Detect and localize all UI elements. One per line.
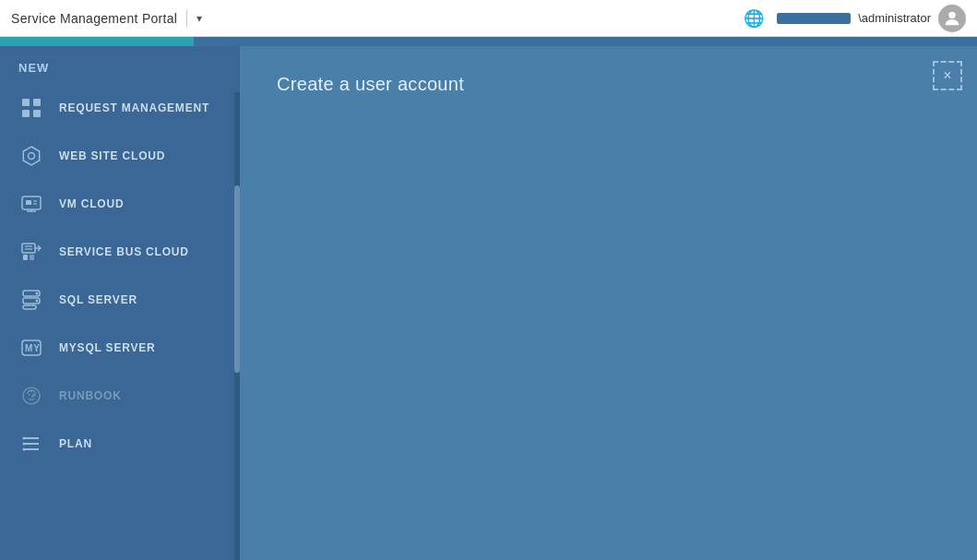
- svg-point-5: [29, 153, 35, 160]
- sidebar-item-label: PLAN: [59, 437, 92, 450]
- svg-rect-12: [22, 244, 35, 253]
- svg-rect-16: [30, 255, 34, 260]
- svg-rect-9: [26, 200, 31, 205]
- svg-point-27: [30, 390, 32, 392]
- svg-text:My: My: [25, 343, 41, 353]
- sidebar-item-label: WEB SITE CLOUD: [59, 149, 165, 162]
- sidebar-item-mysql-server[interactable]: My MYSQL SERVER: [0, 324, 240, 372]
- accent-bar: [0, 37, 977, 46]
- svg-point-0: [948, 11, 955, 18]
- sidebar-item-label: VM CLOUD: [59, 197, 124, 210]
- vm-icon: [18, 191, 44, 217]
- close-button[interactable]: ×: [933, 61, 962, 90]
- sidebar-item-sql-server[interactable]: SQL SERVER: [0, 276, 240, 324]
- header: Service Management Portal ▾ 🌐 \administr…: [0, 0, 977, 37]
- svg-point-26: [32, 394, 34, 396]
- header-chevron[interactable]: ▾: [197, 12, 202, 25]
- svg-point-33: [23, 448, 26, 451]
- sidebar-item-plan[interactable]: PLAN: [0, 420, 240, 468]
- hexagon-web-icon: [18, 143, 44, 169]
- header-divider: [186, 9, 187, 28]
- sidebar-item-service-bus-cloud[interactable]: SERVICE BUS CLOUD: [0, 228, 240, 276]
- runbook-icon: [18, 383, 44, 409]
- user-name-bar: [777, 13, 851, 24]
- sidebar-item-label: RUNBOOK: [59, 389, 122, 402]
- sql-icon: [18, 287, 44, 313]
- svg-rect-4: [33, 110, 41, 117]
- mysql-icon: My: [18, 335, 44, 361]
- content-title: Create a user account: [277, 74, 940, 95]
- sidebar-list: REQUEST MANAGEMENT WEB SITE CLOUD: [0, 84, 240, 560]
- svg-point-21: [36, 300, 39, 303]
- user-domain: \administrator: [858, 11, 931, 25]
- sidebar-item-label: MYSQL SERVER: [59, 341, 156, 354]
- svg-rect-2: [33, 99, 41, 106]
- svg-point-20: [36, 292, 39, 295]
- sidebar-item-web-site-cloud[interactable]: WEB SITE CLOUD: [0, 132, 240, 180]
- svg-rect-1: [22, 99, 30, 106]
- grid-icon: [18, 95, 44, 121]
- svg-point-25: [29, 394, 30, 396]
- sidebar-item-label: REQUEST MANAGEMENT: [59, 101, 209, 114]
- app-title: Service Management Portal: [11, 11, 177, 26]
- svg-rect-19: [23, 305, 36, 309]
- user-info: \administrator: [777, 5, 966, 32]
- main-layout: NEW REQUEST MANAGEMENT: [0, 46, 977, 560]
- sidebar-item-label: SQL SERVER: [59, 293, 137, 306]
- sidebar-new-label: NEW: [0, 46, 240, 84]
- sidebar-item-request-management[interactable]: REQUEST MANAGEMENT: [0, 84, 240, 132]
- service-bus-icon: [18, 239, 44, 265]
- header-right: 🌐 \administrator: [744, 5, 966, 32]
- sidebar: NEW REQUEST MANAGEMENT: [0, 46, 240, 560]
- globe-icon[interactable]: 🌐: [744, 8, 764, 29]
- sidebar-item-runbook[interactable]: RUNBOOK: [0, 372, 240, 420]
- avatar-icon: [942, 8, 962, 29]
- sidebar-item-label: SERVICE BUS CLOUD: [59, 245, 189, 258]
- avatar[interactable]: [938, 5, 966, 32]
- svg-rect-3: [22, 110, 30, 117]
- svg-rect-15: [23, 255, 28, 260]
- svg-point-32: [23, 443, 26, 446]
- sidebar-item-vm-cloud[interactable]: VM CLOUD: [0, 180, 240, 228]
- content-area: Create a user account ×: [240, 46, 977, 560]
- svg-point-31: [23, 437, 26, 440]
- plan-icon: [18, 431, 44, 457]
